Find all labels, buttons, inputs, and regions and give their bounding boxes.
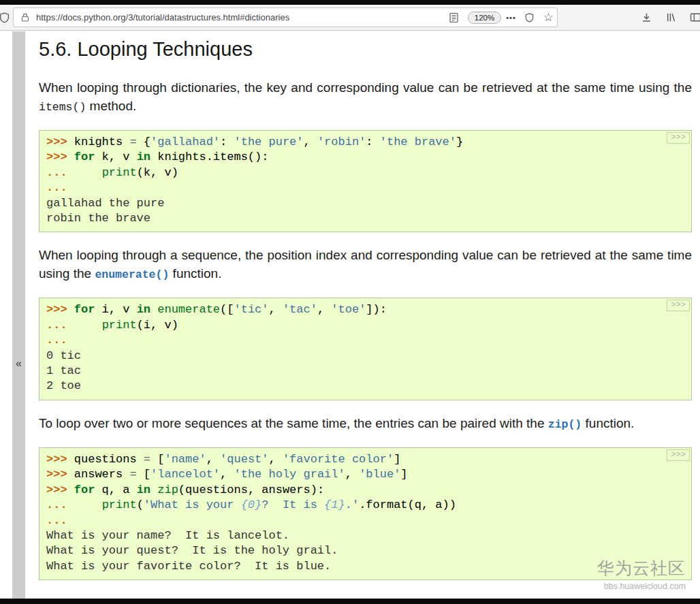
code-token: enumerate (157, 303, 220, 316)
code-token: k, v (95, 150, 136, 163)
sidebar-toggle-icon[interactable] (686, 9, 700, 27)
page-body: « 5.6. Looping Techniques When looping t… (0, 31, 700, 599)
code-token: 'the holy grail' (234, 468, 345, 481)
code-token: in (137, 150, 150, 163)
code-prompt-toggle[interactable]: >>> (667, 132, 690, 144)
code-line: ... (46, 333, 667, 348)
tracking-protection-icon[interactable] (0, 9, 10, 27)
code-token: 'What is your (144, 498, 241, 511)
code-token: robin the brave (46, 212, 150, 225)
downloads-icon[interactable] (637, 9, 655, 27)
code-token: 'name' (164, 453, 206, 466)
inline-code: items() (39, 101, 86, 114)
code-line: What is your quest? It is the holy grail… (46, 543, 667, 558)
paragraph-dictionaries: When looping through dictionaries, the k… (39, 78, 692, 116)
code-token: ... (46, 319, 74, 332)
code-line: What is your name? It is lancelot. (46, 528, 667, 543)
document-content: 5.6. Looping Techniques When looping thr… (25, 31, 700, 599)
code-reference-link[interactable]: zip() (548, 418, 582, 431)
code-token: , (220, 468, 234, 481)
code-token: [ (137, 468, 150, 481)
code-token: 'tac' (283, 303, 317, 316)
browser-window: https://docs.python.org/3/tutorial/datas… (0, 0, 700, 604)
code-token: 'the brave' (380, 136, 456, 148)
code-line: >>> for k, v in knights.items(): (46, 150, 667, 165)
code-token: { (137, 136, 150, 148)
code-line: >>> questions = ['name', 'quest', 'favor… (46, 452, 667, 467)
code-token: ([ (220, 303, 234, 316)
code-token (74, 319, 102, 332)
code-token: , (269, 453, 283, 466)
code-token: in (137, 303, 150, 316)
code-token: : (366, 136, 379, 148)
code-token: = (144, 453, 150, 466)
toolbar-right-icons (637, 9, 700, 27)
code-line: robin the brave (46, 211, 667, 226)
code-token: ... (46, 181, 67, 194)
bottom-edge-bar (0, 599, 700, 604)
url-text[interactable]: https://docs.python.org/3/tutorial/datas… (36, 12, 441, 22)
code-token: i, v (95, 303, 136, 316)
url-bar[interactable]: https://docs.python.org/3/tutorial/datas… (13, 7, 558, 27)
code-token: >>> (46, 136, 74, 148)
collapsed-sidebar-strip[interactable]: « (12, 31, 25, 599)
reader-mode-icon[interactable] (445, 9, 463, 27)
code-token: for (74, 303, 95, 316)
code-token: {0} (241, 498, 262, 511)
code-token: ( (137, 498, 144, 511)
code-block-knights: >>> >>> knights = {'gallahad': 'the pure… (39, 130, 692, 232)
code-prompt-toggle[interactable]: >>> (667, 300, 690, 311)
code-token: ... (46, 166, 74, 179)
code-token: , (269, 303, 283, 316)
code-token (150, 303, 157, 316)
code-line: ... print(i, v) (46, 318, 667, 333)
code-reference-link[interactable]: enumerate() (95, 268, 169, 281)
code-line: 2 toe (46, 379, 667, 394)
code-token: = (129, 468, 136, 481)
code-token: [ (150, 453, 164, 466)
code-token: >>> (46, 150, 74, 163)
code-token: (questions, answers): (178, 483, 324, 496)
paragraph-text: To loop over two or more sequences at th… (39, 416, 548, 430)
zoom-level-badge[interactable]: 120% (468, 12, 501, 24)
sidebar-collapse-icon[interactable]: « (12, 358, 25, 369)
tab-strip-edge (0, 0, 700, 5)
code-token: print (102, 498, 137, 511)
code-token: .format(q, a)) (359, 498, 456, 511)
code-line: 1 tac (46, 364, 667, 379)
code-token: : (220, 136, 234, 148)
bookmark-star-icon[interactable]: ☆ (543, 12, 554, 23)
code-token: What is your favorite color? It is blue. (46, 560, 331, 573)
code-line: >>> answers = ['lancelot', 'the holy gra… (46, 467, 667, 482)
code-token: 'gallahad' (150, 136, 220, 148)
code-token: print (102, 319, 137, 332)
code-token: for (74, 150, 95, 163)
library-icon[interactable] (662, 9, 680, 27)
code-token: 'the pure' (234, 136, 303, 148)
code-token: gallahad the pure (46, 197, 164, 210)
code-lines: >>> for i, v in enumerate(['tic', 'tac',… (46, 302, 667, 394)
code-line: What is your favorite color? It is blue. (46, 559, 667, 574)
code-token: } (456, 136, 463, 148)
code-token: 'tic' (234, 303, 268, 316)
code-token: 'quest' (220, 453, 268, 466)
code-token: ? It is (261, 498, 324, 511)
page-actions-icon[interactable]: ••• (506, 14, 516, 22)
lock-icon[interactable] (19, 12, 31, 24)
left-gutter (0, 31, 12, 599)
code-token: for (74, 483, 95, 496)
code-token (150, 483, 157, 496)
code-token: knights.items(): (150, 150, 268, 163)
code-token: {1} (324, 498, 345, 511)
shield-outline-icon[interactable] (521, 9, 539, 27)
code-token: in (137, 483, 150, 496)
code-token: >>> (46, 468, 74, 481)
code-token: ... (46, 334, 67, 347)
paragraph-text: When looping through dictionaries, the k… (39, 80, 692, 95)
code-token: , (317, 303, 331, 316)
code-token: >>> (46, 453, 74, 466)
code-token: ... (46, 498, 74, 511)
code-block-zip: >>> >>> questions = ['name', 'quest', 'f… (39, 447, 692, 580)
code-prompt-toggle[interactable]: >>> (667, 449, 690, 461)
code-token: 1 tac (46, 364, 81, 377)
